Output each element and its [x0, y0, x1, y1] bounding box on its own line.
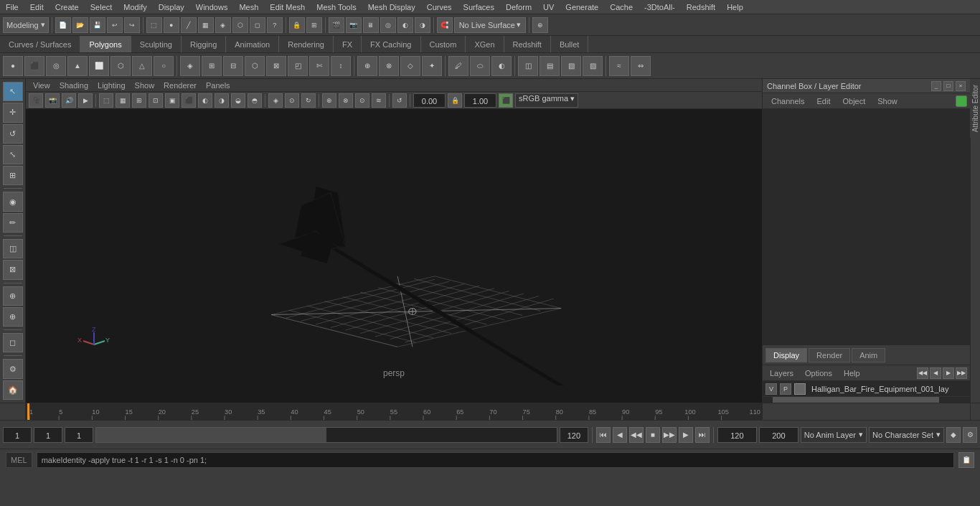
layer-p-btn[interactable]: P [780, 383, 791, 395]
script-editor-btn[interactable]: 📋 [958, 452, 974, 468]
vp-grid-btn[interactable]: ⊞ [132, 93, 146, 108]
frame-thumb-field[interactable]: 1 [65, 427, 93, 443]
soft-select-btn[interactable]: ◉ [3, 192, 23, 211]
vp-panels[interactable]: Panels [202, 80, 235, 90]
channel-box-edit[interactable]: Edit [811, 95, 836, 107]
render4-btn[interactable]: ◐ [397, 17, 413, 33]
layers-menu-layers[interactable]: Layers [765, 367, 798, 379]
select-item-btn[interactable]: ◻ [250, 17, 265, 33]
vp-show[interactable]: Show [131, 80, 159, 90]
menu-redshift[interactable]: Redshift [681, 1, 721, 13]
vp-gamma-dropdown[interactable]: sRGB gamma ▾ [515, 93, 578, 108]
shelf-bevel[interactable]: ◇ [400, 56, 420, 76]
tab-fx-caching[interactable]: FX Caching [362, 36, 420, 52]
vp-lighting[interactable]: Lighting [93, 80, 130, 90]
menu-modify[interactable]: Modify [118, 1, 152, 13]
lock-btn[interactable]: 🔒 [289, 17, 305, 33]
vp-xform-btn[interactable]: ⊕ [322, 93, 336, 108]
tab-fx[interactable]: FX [334, 36, 362, 52]
layers-prev2-btn[interactable]: ◀ [930, 367, 941, 379]
menu-edit[interactable]: Edit [24, 1, 50, 13]
menu-display[interactable]: Display [153, 1, 190, 13]
menu-help[interactable]: Help [721, 1, 749, 13]
menu-surfaces[interactable]: Surfaces [458, 1, 500, 13]
channel-box-min-btn[interactable]: _ [931, 81, 941, 91]
show-hide-btn[interactable]: ◫ [3, 239, 23, 258]
menu-create[interactable]: Create [50, 1, 85, 13]
shelf-mirror[interactable]: ⇔ [631, 56, 651, 76]
tab-xgen[interactable]: XGen [466, 36, 504, 52]
channel-box-show[interactable]: Show [872, 95, 903, 107]
script-type-label[interactable]: MEL [6, 452, 32, 468]
shelf-plane[interactable]: ⬜ [89, 56, 109, 76]
channel-box-object[interactable]: Object [837, 95, 871, 107]
no-anim-layer-dropdown[interactable]: No Anim Layer ▾ [801, 427, 867, 443]
shelf-merge[interactable]: ⊕ [357, 56, 377, 76]
anim-end-field[interactable]: 120 [717, 427, 757, 443]
play-forward-btn[interactable]: ▶▶ [662, 427, 677, 443]
max-frame-field[interactable]: 200 [759, 427, 798, 443]
menu-deform[interactable]: Deform [500, 1, 537, 13]
vp-anim-btn[interactable]: ▶ [78, 93, 93, 108]
vp-poly-btn[interactable]: ▦ [116, 93, 130, 108]
shelf-poke[interactable]: ✦ [422, 56, 442, 76]
command-input[interactable]: makeIdentity -apply true -t 1 -r 1 -s 1 … [37, 452, 954, 468]
layers-next2-btn[interactable]: ▶▶ [956, 367, 967, 379]
shelf-uv3[interactable]: ▧ [561, 56, 581, 76]
select-face-btn[interactable]: ▦ [198, 17, 214, 33]
shelf-cylinder[interactable]: ⬡ [110, 56, 131, 76]
save-scene-btn[interactable]: 💾 [90, 17, 105, 33]
vp-light-btn[interactable]: ⊙ [355, 93, 369, 108]
snap-grid-btn[interactable]: ⊞ [306, 17, 322, 33]
skip-to-end-btn[interactable]: ⏭ [695, 427, 710, 443]
menu-mesh[interactable]: Mesh [233, 1, 264, 13]
channel-box-close-btn[interactable]: × [956, 81, 966, 91]
shelf-multicut[interactable]: ✄ [309, 56, 329, 76]
shelf-sculpt1[interactable]: 🖊 [448, 56, 468, 76]
frame-current-field[interactable]: 1 [34, 427, 62, 443]
select-tool-btn[interactable]: ↖ [3, 82, 23, 101]
menu-curves[interactable]: Curves [421, 1, 458, 13]
magnet-btn[interactable]: 🧲 [437, 17, 453, 33]
select-uv-btn[interactable]: ◈ [215, 17, 231, 33]
transform-tool-btn[interactable]: ⊞ [3, 166, 23, 185]
shelf-sculpt2[interactable]: ⬭ [470, 56, 490, 76]
shelf-cube[interactable]: ⬛ [24, 56, 44, 76]
tab-animation[interactable]: Animation [226, 36, 279, 52]
menu-windows[interactable]: Windows [190, 1, 234, 13]
frame-start-field[interactable]: 1 [3, 427, 32, 443]
layer-color-btn[interactable] [794, 383, 806, 395]
render5-btn[interactable]: ◑ [415, 17, 430, 33]
vp-view[interactable]: View [29, 80, 55, 90]
vp-res-btn[interactable]: ▣ [165, 93, 179, 108]
shelf-separate[interactable]: ⊟ [223, 56, 243, 76]
layers-next-btn[interactable]: ▶ [943, 367, 954, 379]
tab-rendering[interactable]: Rendering [279, 36, 334, 52]
select-help-btn[interactable]: ? [267, 17, 283, 33]
viewport[interactable]: Y X Z persp [26, 109, 762, 403]
new-scene-btn[interactable]: 📄 [55, 17, 71, 33]
menu-cache[interactable]: Cache [604, 1, 639, 13]
shelf-smooth[interactable]: ≈ [609, 56, 629, 76]
xform-btn[interactable]: ⊕ [532, 17, 548, 33]
layers-prev-btn[interactable]: ◀◀ [917, 367, 928, 379]
frame-range-end-field[interactable]: 120 [560, 427, 588, 443]
plus-x-btn[interactable]: ⊕ [3, 286, 23, 306]
vp-cam-btn[interactable]: 🎥 [29, 93, 43, 108]
tab-sculpting[interactable]: Sculpting [131, 36, 182, 52]
shelf-extrude[interactable]: ⬡ [245, 56, 265, 76]
vp-shade2-btn[interactable]: ◑ [215, 93, 229, 108]
menu-generate[interactable]: Generate [560, 1, 604, 13]
render-btn[interactable]: 🎬 [329, 17, 344, 33]
vp-value1-lock[interactable]: 🔒 [448, 93, 462, 108]
play-back-btn[interactable]: ◀◀ [629, 427, 644, 443]
no-character-set-dropdown[interactable]: No Character Set ▾ [869, 427, 944, 443]
vp-color-swatch[interactable]: ⬛ [499, 93, 513, 108]
tab-curves-surfaces[interactable]: Curves / Surfaces [0, 36, 80, 52]
step-back-btn[interactable]: ◀ [613, 427, 627, 443]
shelf-bridge[interactable]: ⊠ [266, 56, 286, 76]
attribute-editor-label[interactable]: Attribute Editor [970, 79, 981, 138]
stop-btn[interactable]: ■ [646, 427, 660, 443]
tab-polygons[interactable]: Polygons [80, 36, 131, 52]
char-set-btn[interactable]: ⚙ [963, 427, 977, 443]
